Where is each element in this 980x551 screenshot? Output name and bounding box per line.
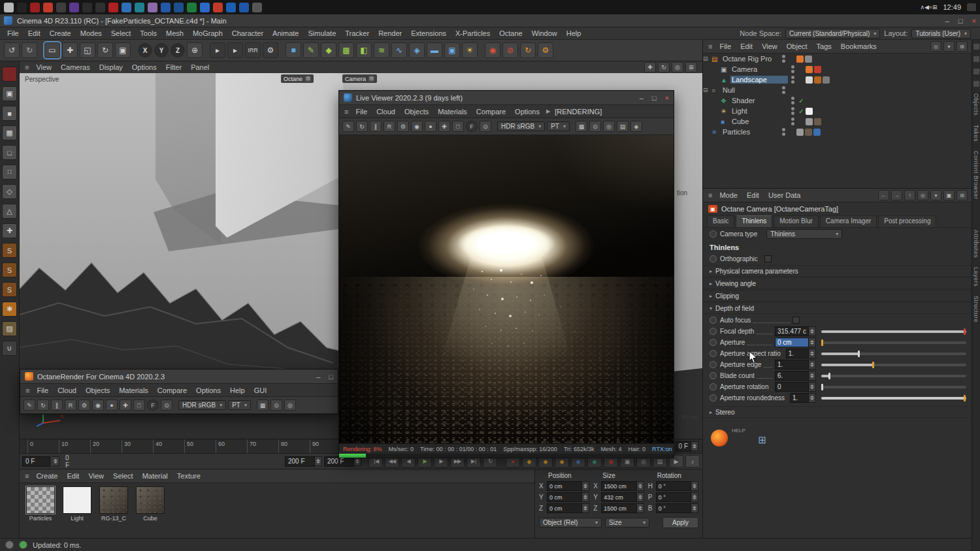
parameter-value-field[interactable]: 1. [786, 349, 809, 358]
film-icon[interactable]: ▦ [576, 121, 587, 132]
sound-button[interactable]: ♪ [685, 455, 700, 467]
taskbar-app-16[interactable] [213, 3, 223, 12]
material-picker-icon[interactable]: ✎ [342, 121, 354, 132]
camera2-icon[interactable]: ⊙ [589, 121, 601, 132]
hatch-pattern-icon[interactable]: ▨ [2, 321, 17, 336]
octane-settings-button[interactable]: ⚙ [538, 42, 553, 58]
restart-render-icon[interactable]: ↻ [356, 121, 368, 132]
parameter-value-field[interactable]: 0 [775, 382, 809, 392]
spinner[interactable] [809, 338, 816, 347]
octanerender-menu-item[interactable]: Compare [153, 386, 191, 395]
enable-check-icon[interactable]: ✓ [797, 108, 806, 115]
octane-objects-button[interactable]: ◆ [321, 42, 336, 58]
spinner[interactable] [582, 481, 589, 491]
rotation-value-field[interactable]: 0 ° [656, 481, 691, 491]
redo-button[interactable]: ↻ [22, 42, 37, 58]
menu-item[interactable]: Create [45, 29, 76, 38]
visibility-dots[interactable] [779, 128, 788, 136]
viewport-menu-item[interactable]: Filter [161, 63, 186, 72]
octane-stop-button[interactable]: ⊘ [502, 42, 518, 58]
expander-icon[interactable]: ⊟ [703, 55, 711, 62]
autofocus-checkbox[interactable] [792, 317, 800, 324]
anim-dot-icon[interactable] [710, 230, 717, 238]
menu-item[interactable]: Modes [76, 29, 106, 38]
parameter-value-field[interactable]: 0 cm [775, 338, 809, 347]
tag-icon[interactable] [814, 76, 821, 84]
separator[interactable] [480, 42, 483, 58]
back-icon[interactable]: ← [878, 190, 889, 200]
anim-dot-icon[interactable] [710, 317, 717, 324]
up-icon[interactable]: ↑ [904, 190, 915, 200]
range-end-field[interactable]: 200 F [285, 456, 315, 467]
add-cube-button[interactable]: ■ [286, 42, 301, 58]
camera-icon[interactable]: ⊙ [161, 400, 172, 411]
info-icon[interactable]: ◈ [630, 121, 642, 132]
deformer-button[interactable]: ◈ [409, 42, 425, 58]
forward-icon[interactable]: → [891, 190, 902, 200]
toggle-view-icon[interactable]: ⊞ [685, 62, 697, 72]
parameter-value-field[interactable]: 6. [775, 371, 809, 381]
hamburger-icon[interactable]: ≡ [22, 472, 31, 480]
section-header[interactable]: ▸ Viewing angle [703, 277, 972, 289]
material-ball-icon[interactable]: ● [425, 121, 436, 132]
render-picture-viewer-button[interactable]: ▸ [227, 42, 243, 58]
section-header-dof[interactable]: ▾ Depth of field [703, 302, 972, 314]
spinner[interactable] [637, 492, 644, 502]
panel-tab[interactable]: Content Browser [973, 151, 979, 200]
tag-icon[interactable] [814, 108, 821, 115]
live-viewer-titlebar[interactable]: Live Viewer 2020.2.3 (9 days left) – □ × [339, 91, 674, 105]
object-manager-menu-item[interactable]: Object [782, 42, 812, 51]
coord-size-select[interactable]: Size▾ [605, 518, 649, 527]
minimize-button[interactable]: – [640, 94, 644, 102]
tag-icon[interactable] [796, 129, 804, 136]
gear-icon[interactable]: ⚙ [368, 76, 374, 82]
object-name[interactable]: Light [730, 107, 788, 115]
undo-button[interactable]: ↺ [4, 42, 20, 58]
lock-resolution-icon[interactable]: ◉ [92, 400, 104, 411]
octane-hud-label[interactable]: Octane⚙ [281, 74, 314, 83]
apply-button[interactable]: Apply [662, 517, 698, 528]
camera-icon[interactable]: ⊙ [480, 121, 491, 132]
taskbar-app-13[interactable] [174, 3, 184, 12]
visibility-dots[interactable] [788, 107, 797, 115]
render-view[interactable] [339, 135, 674, 443]
timeline-end-frame-field[interactable]: 0 F [676, 441, 691, 452]
simulate-button[interactable]: ≋ [374, 42, 389, 58]
object-name[interactable]: Particles [721, 128, 779, 136]
tag-icon[interactable] [814, 118, 821, 125]
maximize-button[interactable]: □ [958, 17, 963, 25]
attribute-menu-item[interactable]: Mode [715, 191, 742, 200]
focus-picker-icon[interactable]: F [147, 400, 159, 411]
picture-icon[interactable]: □ [452, 121, 464, 132]
material-thumbnail[interactable] [63, 486, 91, 514]
start-button[interactable] [4, 3, 14, 12]
visibility-dots[interactable] [788, 76, 797, 84]
octane-restart-button[interactable]: ↻ [520, 42, 536, 58]
position-value-field[interactable]: 0 cm [547, 481, 582, 491]
octanerender-menu-item[interactable]: Objects [81, 386, 114, 395]
attribute-menu-item[interactable]: Edit [742, 191, 764, 200]
target-icon[interactable]: ◎ [284, 400, 296, 411]
panel-tab[interactable]: Takes [973, 125, 979, 142]
material-item[interactable]: Light [61, 486, 93, 522]
attribute-tab[interactable]: Thinlens [736, 215, 772, 227]
hamburger-icon[interactable]: ≡ [22, 63, 31, 71]
last-tool-button[interactable]: ▣ [115, 42, 131, 58]
rotation-value-field[interactable]: 0 ° [656, 492, 691, 502]
render-region-icon[interactable]: R [65, 400, 76, 411]
live-viewer-menu-item[interactable]: Materials [433, 107, 472, 116]
maximize-button[interactable]: □ [652, 94, 657, 102]
rotation-value-field[interactable]: 0 ° [656, 503, 691, 513]
pause-render-icon[interactable]: ∥ [370, 121, 382, 132]
node-editor-icon[interactable]: ⊞ [755, 433, 770, 447]
material-item[interactable]: Particles [25, 486, 56, 522]
spinner[interactable] [691, 503, 698, 513]
viewport-menu-item[interactable]: View [31, 63, 56, 72]
anim-dot-icon[interactable] [710, 383, 717, 390]
spinner[interactable] [52, 456, 59, 466]
separator[interactable] [204, 42, 208, 58]
object-row[interactable]: ☀ Light ✓ [703, 106, 972, 116]
panel-tab[interactable]: Layers [973, 267, 979, 287]
parameter-slider[interactable] [821, 397, 966, 400]
viewport-menu-item[interactable]: Panel [186, 63, 214, 72]
